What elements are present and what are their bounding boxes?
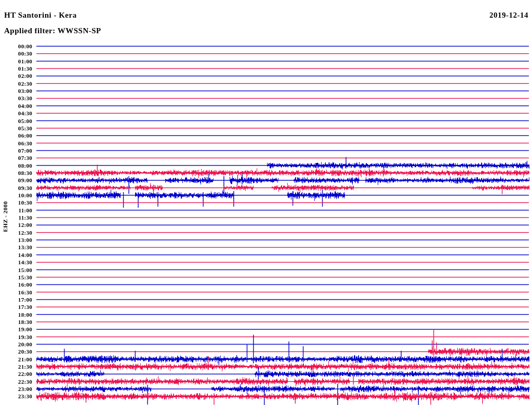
time-label: 23:30 — [0, 393, 32, 399]
time-label: 07:00 — [0, 147, 32, 154]
time-label: 05:30 — [0, 125, 32, 131]
time-label: 15:30 — [0, 274, 32, 280]
time-label: 08:30 — [0, 170, 32, 176]
time-label: 06:30 — [0, 140, 32, 146]
time-label: 07:30 — [0, 155, 32, 161]
time-label: 03:00 — [0, 88, 32, 94]
time-label: 14:00 — [0, 252, 32, 258]
time-label: 23:00 — [0, 386, 32, 392]
time-label: 17:30 — [0, 304, 32, 310]
time-label: 00:00 — [0, 43, 32, 49]
time-label: 20:30 — [0, 348, 32, 355]
time-label: 13:00 — [0, 237, 32, 243]
time-label: 20:00 — [0, 341, 32, 347]
time-label: 17:00 — [0, 296, 32, 303]
time-label: 12:30 — [0, 230, 32, 236]
time-label: 08:00 — [0, 163, 32, 169]
time-label: 19:00 — [0, 326, 32, 332]
time-label: 02:30 — [0, 80, 32, 87]
time-label: 05:00 — [0, 118, 32, 124]
time-label: 11:00 — [0, 207, 32, 213]
time-label: 02:00 — [0, 73, 32, 79]
helicorder-page: HT Santorini - Kera Applied filter: WWSS… — [0, 0, 532, 405]
time-label: 10:00 — [0, 192, 32, 198]
time-label: 09:00 — [0, 177, 32, 183]
time-label: 15:00 — [0, 267, 32, 273]
time-label: 14:30 — [0, 259, 32, 265]
time-label: 09:30 — [0, 185, 32, 191]
time-label: 19:30 — [0, 334, 32, 340]
time-label: 13:30 — [0, 244, 32, 250]
time-label: 16:00 — [0, 281, 32, 288]
time-label: 12:00 — [0, 222, 32, 228]
time-label: 04:00 — [0, 103, 32, 109]
time-label: 03:30 — [0, 95, 32, 101]
time-label: 22:00 — [0, 371, 32, 377]
time-label: 21:00 — [0, 356, 32, 362]
time-label: 10:30 — [0, 199, 32, 206]
time-label: 01:30 — [0, 65, 32, 72]
time-label: 16:30 — [0, 289, 32, 295]
time-label: 04:30 — [0, 110, 32, 116]
time-label: 11:30 — [0, 214, 32, 221]
time-label: 22:30 — [0, 379, 32, 385]
time-label: 18:00 — [0, 312, 32, 318]
date-label: 2019-12-14 — [489, 11, 528, 20]
time-label: 21:30 — [0, 363, 32, 370]
station-title: HT Santorini - Kera — [4, 11, 77, 20]
time-label: 06:00 — [0, 132, 32, 139]
time-label: 01:00 — [0, 58, 32, 64]
time-label: 00:30 — [0, 50, 32, 57]
applied-filter-label: Applied filter: WWSSN-SP — [4, 26, 101, 35]
time-label: 18:30 — [0, 319, 32, 325]
helicorder-plot — [0, 0, 532, 405]
